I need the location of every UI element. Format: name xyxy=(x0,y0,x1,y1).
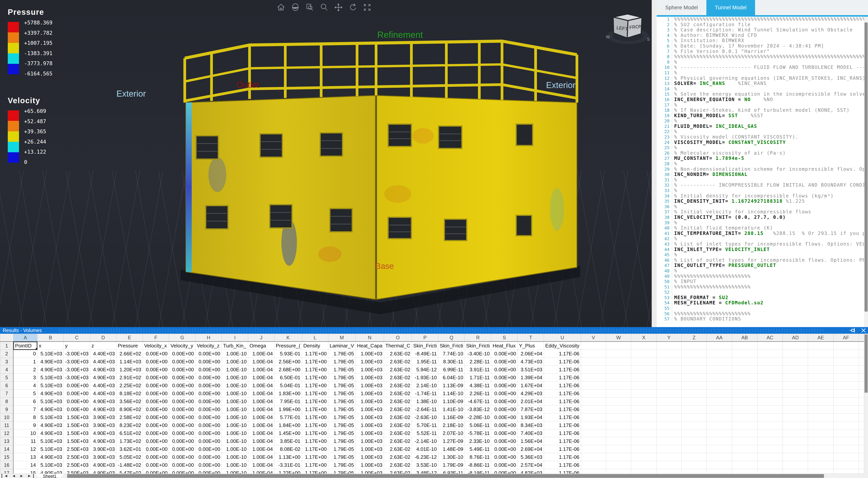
cell-AC4[interactable] xyxy=(757,366,783,374)
cell-B6[interactable]: 5.10E+03 xyxy=(37,382,63,389)
cell-F1[interactable]: Velocity_x xyxy=(143,342,169,350)
cell-M16[interactable]: 1.79E-05 xyxy=(328,461,355,469)
cell-AD16[interactable] xyxy=(783,461,808,469)
cell-U11[interactable]: 1.17E-06 xyxy=(544,421,581,429)
row-header-15[interactable]: 15 xyxy=(0,453,13,461)
cell-AD14[interactable] xyxy=(783,445,808,453)
cell-S4[interactable]: 0.00E+00 xyxy=(491,366,518,374)
cell-AA12[interactable] xyxy=(707,429,732,437)
select-all-corner[interactable] xyxy=(0,334,13,342)
cell-Z14[interactable] xyxy=(682,445,707,453)
cell-V11[interactable] xyxy=(581,421,606,429)
cell-G8[interactable]: 0.00E+00 xyxy=(169,397,195,406)
cell-W16[interactable] xyxy=(606,461,631,469)
row-header-12[interactable]: 12 xyxy=(0,429,13,437)
pan-icon[interactable] xyxy=(334,3,343,12)
cell-AA6[interactable] xyxy=(707,382,732,389)
eye-icon[interactable] xyxy=(291,3,300,12)
cell-AE2[interactable] xyxy=(808,350,833,358)
cell-Z8[interactable] xyxy=(682,397,707,406)
cell-G6[interactable]: 0.00E+00 xyxy=(169,382,195,389)
cell-Z1[interactable] xyxy=(682,342,707,350)
cell-V3[interactable] xyxy=(581,358,606,366)
cell-Q6[interactable]: 1.13E-09 xyxy=(438,382,465,389)
cell-O5[interactable]: 2.63E-02 xyxy=(384,374,412,382)
panel-splitter[interactable] xyxy=(652,0,657,327)
cell-J8[interactable]: 1.00E-04 xyxy=(248,397,274,406)
cell-Z13[interactable] xyxy=(682,437,707,445)
cell-AC15[interactable] xyxy=(757,453,783,461)
cell-N6[interactable]: 1.00E+03 xyxy=(355,382,384,389)
cell-R17[interactable]: -8.19E-11 xyxy=(465,469,491,474)
cell-E16[interactable]: -1.48E+02 xyxy=(116,461,143,469)
cell-AA11[interactable] xyxy=(707,421,732,429)
cell-AE3[interactable] xyxy=(808,358,833,366)
cell-Q3[interactable]: 8.30E-11 xyxy=(438,358,465,366)
cell-U4[interactable]: 1.17E-06 xyxy=(544,366,581,374)
cell-H5[interactable]: 0.00E+00 xyxy=(195,374,222,382)
cell-C11[interactable]: 1.50E+03 xyxy=(64,421,90,429)
cell-C8[interactable]: 0.00E+00 xyxy=(64,397,90,406)
cell-AB8[interactable] xyxy=(732,397,757,406)
cell-F4[interactable]: 0.00E+00 xyxy=(143,366,169,374)
cell-AF12[interactable] xyxy=(833,429,859,437)
cell-A12[interactable]: 10 xyxy=(13,429,37,437)
column-header-AD[interactable]: AD xyxy=(783,334,808,342)
cell-G16[interactable]: 0.00E+00 xyxy=(169,461,195,469)
cell-AF16[interactable] xyxy=(833,461,859,469)
cell-Z3[interactable] xyxy=(682,358,707,366)
cell-AF5[interactable] xyxy=(833,374,859,382)
cell-K15[interactable]: 1.13E+00 xyxy=(274,453,302,461)
cell-AB6[interactable] xyxy=(732,382,757,389)
cell-R7[interactable]: 2.26E-11 xyxy=(465,389,491,397)
cell-Y17[interactable] xyxy=(656,469,682,474)
column-header-A[interactable]: A xyxy=(13,334,37,342)
cell-F6[interactable]: 0.00E+00 xyxy=(143,382,169,389)
cell-K9[interactable]: 1.99E+00 xyxy=(274,406,302,413)
cell-E3[interactable]: 1.14E+03 xyxy=(116,358,143,366)
column-header-S[interactable]: S xyxy=(491,334,518,342)
cell-O2[interactable]: 2.63E-02 xyxy=(384,350,412,358)
cell-Y4[interactable] xyxy=(656,366,682,374)
cell-J2[interactable]: 1.00E-04 xyxy=(248,350,274,358)
cell-S1[interactable]: Heat_Flux xyxy=(491,342,518,350)
cell-B1[interactable]: x xyxy=(37,342,63,350)
cell-J5[interactable]: 1.00E-04 xyxy=(248,374,274,382)
cell-AF15[interactable] xyxy=(833,453,859,461)
cell-Z10[interactable] xyxy=(682,413,707,421)
row-header-11[interactable]: 11 xyxy=(0,421,13,429)
cell-O14[interactable]: 2.63E-02 xyxy=(384,445,412,453)
cell-L15[interactable]: 1.17E+00 xyxy=(302,453,328,461)
column-header-J[interactable]: J xyxy=(248,334,274,342)
cell-U17[interactable]: 1.17E-06 xyxy=(544,469,581,474)
cell-W17[interactable] xyxy=(606,469,631,474)
cell-T8[interactable]: 2.01E+04 xyxy=(518,397,544,406)
cell-X7[interactable] xyxy=(631,389,656,397)
cell-V10[interactable] xyxy=(581,413,606,421)
cell-Y3[interactable] xyxy=(656,358,682,366)
cell-J9[interactable]: 1.00E-04 xyxy=(248,406,274,413)
cell-M13[interactable]: 1.79E-05 xyxy=(328,437,355,445)
cell-AB14[interactable] xyxy=(732,445,757,453)
cell-C10[interactable]: 1.50E+03 xyxy=(64,413,90,421)
column-header-AA[interactable]: AA xyxy=(707,334,732,342)
cell-N7[interactable]: 1.00E+03 xyxy=(355,389,384,397)
cell-B11[interactable]: 4.90E+03 xyxy=(37,421,63,429)
cell-E9[interactable]: 8.90E+02 xyxy=(116,406,143,413)
cell-T12[interactable]: 7.40E+03 xyxy=(518,429,544,437)
cell-Q1[interactable]: Skin_Fricti xyxy=(438,342,465,350)
cell-D15[interactable]: 3.90E+03 xyxy=(90,453,116,461)
cell-P15[interactable]: -6.23E-12 xyxy=(412,453,438,461)
cell-U16[interactable]: 1.17E-06 xyxy=(544,461,581,469)
row-header-10[interactable]: 10 xyxy=(0,413,13,421)
cell-K12[interactable]: 1.45E+00 xyxy=(274,429,302,437)
cell-F14[interactable]: 0.00E+00 xyxy=(143,445,169,453)
cell-Q12[interactable]: 2.07E-10 xyxy=(438,429,465,437)
cell-AA5[interactable] xyxy=(707,374,732,382)
cell-Y14[interactable] xyxy=(656,445,682,453)
cell-S3[interactable]: 0.00E+00 xyxy=(491,358,518,366)
cell-D7[interactable]: 4.40E+03 xyxy=(90,389,116,397)
cell-W4[interactable] xyxy=(606,366,631,374)
cell-H2[interactable]: 0.00E+00 xyxy=(195,350,222,358)
cell-N5[interactable]: 1.00E+03 xyxy=(355,374,384,382)
